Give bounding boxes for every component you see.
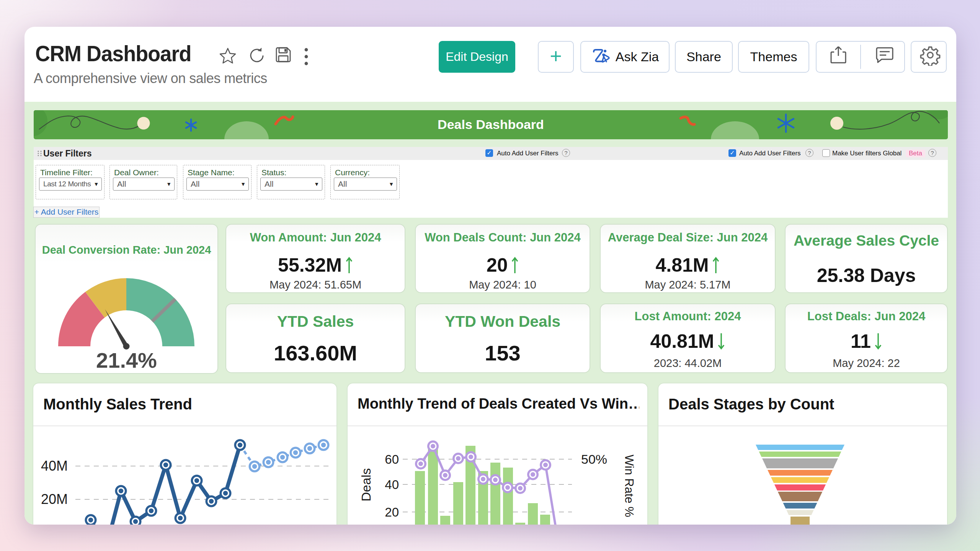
svg-text:Deals: Deals	[359, 468, 373, 502]
svg-text:60: 60	[385, 452, 399, 466]
svg-text:20: 20	[385, 505, 399, 519]
svg-text:Win Rate %: Win Rate %	[622, 455, 636, 517]
svg-text:40M: 40M	[41, 458, 68, 474]
svg-text:40: 40	[385, 478, 399, 492]
svg-text:50%: 50%	[581, 452, 607, 466]
svg-text:20M: 20M	[41, 491, 68, 507]
